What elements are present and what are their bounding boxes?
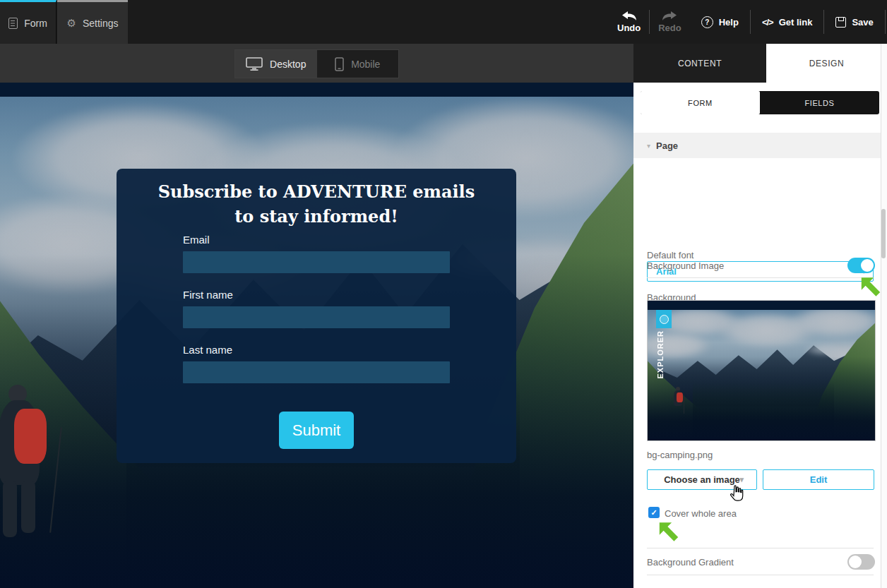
choose-image-label: Choose an image — [664, 474, 740, 485]
subscribe-form-card: Subscribe to ADVENTURE emails to stay in… — [117, 169, 516, 463]
collapse-arrow-icon: ▾ — [647, 142, 650, 150]
background-image-toggle[interactable] — [847, 258, 875, 273]
toggle-knob — [861, 259, 874, 272]
desktop-label: Desktop — [270, 59, 306, 70]
subtab-form-label: FORM — [688, 99, 713, 107]
redo-label: Redo — [658, 23, 681, 33]
hiker-figure — [0, 385, 66, 540]
divider — [647, 548, 874, 548]
page-top-band — [0, 83, 633, 97]
divider — [647, 575, 874, 575]
phone-icon — [335, 57, 344, 71]
device-toggle: Desktop Mobile — [234, 49, 399, 78]
email-input[interactable] — [183, 251, 450, 273]
help-label: Help — [719, 17, 739, 28]
help-icon: ? — [701, 16, 713, 28]
code-icon: </> — [762, 17, 773, 28]
subtab-fields[interactable]: FIELDS — [760, 91, 879, 114]
canvas-toolbar: Desktop Mobile — [0, 44, 633, 83]
tab-content[interactable]: CONTENT — [633, 44, 766, 83]
email-label: Email — [183, 234, 450, 246]
top-toolbar: Form ⚙ Settings Undo Redo ? Help </> G — [0, 0, 887, 44]
undo-button[interactable]: Undo — [609, 11, 649, 33]
save-button[interactable]: Save — [824, 17, 884, 28]
panel-scrollbar[interactable] — [881, 44, 887, 588]
panel-tabs: CONTENT DESIGN — [633, 44, 887, 83]
explorer-logo-icon — [656, 310, 672, 328]
edit-image-label: Edit — [810, 474, 828, 485]
mouse-cursor-hand — [727, 484, 746, 504]
background-gradient-label: Background Gradient — [647, 557, 734, 568]
form-builder-app: Form ⚙ Settings Undo Redo ? Help </> G — [0, 0, 887, 588]
toolbar-actions: Undo Redo ? Help </> Get link Save — [609, 0, 887, 44]
form-fields-switch: FORM FIELDS — [641, 91, 879, 114]
tab-design-label: DESIGN — [809, 59, 845, 68]
subtab-fields-label: FIELDS — [804, 99, 834, 107]
divider — [647, 277, 874, 278]
undo-label: Undo — [617, 23, 641, 33]
tab-form-label: Form — [24, 18, 47, 29]
mobile-toggle[interactable]: Mobile — [317, 50, 399, 78]
get-link-button[interactable]: </> Get link — [751, 17, 823, 28]
background-image-filename: bg-camping.png — [647, 450, 713, 460]
default-font-label: Default font — [647, 250, 694, 260]
form-title: Subscribe to ADVENTURE emails to stay in… — [147, 180, 486, 229]
background-gradient-toggle[interactable] — [847, 554, 875, 570]
cover-whole-area-label: Cover whole area — [665, 508, 737, 519]
subtab-form[interactable]: FORM — [641, 91, 760, 114]
save-label: Save — [852, 17, 873, 28]
tab-settings-label: Settings — [83, 18, 119, 29]
background-image-thumbnail[interactable]: EXPLORER — [647, 300, 876, 441]
form-preview-canvas: Subscribe to ADVENTURE emails to stay in… — [0, 83, 633, 588]
gear-icon: ⚙ — [66, 17, 76, 30]
hiker-figure — [673, 387, 684, 415]
tab-form[interactable]: Form — [0, 0, 56, 44]
annotation-arrow-checkbox — [657, 520, 681, 544]
chevron-down-icon: ▾ — [739, 475, 751, 484]
page-section-label: Page — [656, 140, 678, 151]
form-document-icon — [8, 18, 18, 29]
page-section-header[interactable]: ▾ Page — [633, 133, 881, 158]
save-icon — [835, 17, 846, 28]
edit-image-button[interactable]: Edit — [763, 469, 874, 490]
get-link-label: Get link — [779, 17, 813, 28]
tab-content-label: CONTENT — [678, 59, 722, 68]
design-panel: FORM FIELDS ▾ Page Default font Arial ▾ … — [633, 83, 887, 588]
tab-design[interactable]: DESIGN — [766, 44, 887, 83]
thumbnail-scene — [648, 301, 875, 440]
cover-whole-area-checkbox[interactable]: ✓ — [648, 507, 660, 518]
first-name-label: First name — [183, 289, 450, 301]
monitor-icon — [246, 57, 263, 71]
desktop-toggle[interactable]: Desktop — [235, 50, 317, 78]
explorer-overlay-text: EXPLORER — [656, 330, 665, 379]
undo-icon — [621, 11, 637, 20]
mobile-label: Mobile — [351, 59, 380, 70]
help-button[interactable]: ? Help — [690, 16, 750, 28]
first-name-input[interactable] — [183, 306, 450, 328]
check-icon: ✓ — [650, 508, 657, 517]
annotation-arrow-toggle — [859, 275, 883, 299]
last-name-label: Last name — [183, 344, 450, 356]
background-image-label: Background Image — [647, 260, 724, 271]
submit-button[interactable]: Submit — [279, 412, 354, 449]
tab-settings[interactable]: ⚙ Settings — [57, 0, 128, 44]
redo-icon — [662, 11, 677, 20]
last-name-input[interactable] — [183, 361, 450, 383]
redo-button[interactable]: Redo — [650, 11, 690, 33]
scrollbar-thumb[interactable] — [881, 209, 886, 258]
thumb-top-band — [648, 301, 875, 310]
toggle-knob — [849, 556, 862, 568]
